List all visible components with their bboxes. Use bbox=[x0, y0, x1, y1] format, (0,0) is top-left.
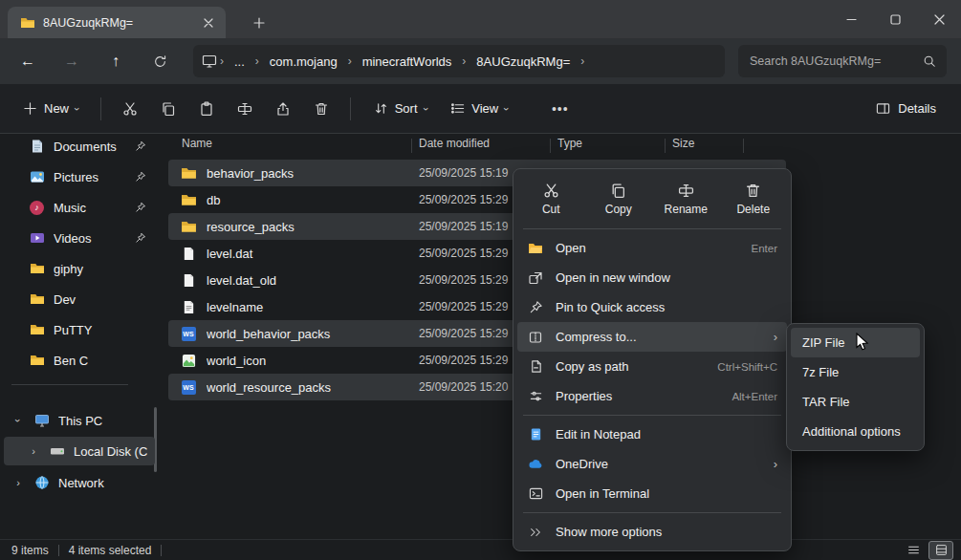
chevron-right-icon[interactable]: › bbox=[579, 54, 586, 68]
breadcrumb-com-mojang[interactable]: com.mojang bbox=[262, 52, 345, 72]
menu-item-compress-to[interactable]: Compress to... › bbox=[517, 322, 787, 352]
delete-button[interactable]: Delete bbox=[721, 174, 787, 224]
minimize-button[interactable] bbox=[829, 0, 873, 38]
sidebar-item-label: Local Disk (C:) bbox=[74, 444, 147, 459]
column-resize-handle[interactable] bbox=[665, 139, 666, 153]
menu-separator bbox=[523, 415, 781, 416]
sidebar-item-videos[interactable]: Videos bbox=[4, 224, 155, 252]
delete-label: Delete bbox=[736, 203, 770, 216]
documents-icon bbox=[29, 139, 45, 155]
explorer-tab[interactable]: 8AUGzuqkRMg= bbox=[8, 7, 226, 38]
copy-button[interactable]: Copy bbox=[586, 174, 652, 224]
sidebar-item-local-disk-c[interactable]: › Local Disk (C:) bbox=[4, 437, 155, 465]
sidebar-item-label: Ben C bbox=[54, 354, 147, 368]
delete-button[interactable] bbox=[302, 92, 340, 126]
sidebar-item-music[interactable]: ♪ Music bbox=[4, 193, 155, 222]
submenu-item-tar-file[interactable]: TAR File bbox=[791, 387, 920, 417]
folder-icon bbox=[180, 191, 197, 208]
file-name: db bbox=[207, 193, 419, 207]
search-input[interactable] bbox=[748, 54, 913, 69]
forward-button[interactable]: → bbox=[55, 45, 88, 77]
view-button[interactable]: View › bbox=[441, 95, 518, 122]
share-button[interactable] bbox=[264, 92, 302, 126]
menu-item-edit-in-notepad[interactable]: Edit in Notepad bbox=[517, 420, 787, 449]
menu-item-open[interactable]: Open Enter bbox=[517, 233, 787, 263]
submenu-item-zip-file[interactable]: ZIP File bbox=[791, 328, 920, 357]
details-pane-button[interactable]: Details bbox=[866, 95, 946, 122]
submenu-item-additional-options[interactable]: Additional options bbox=[791, 417, 920, 446]
sidebar-item-ben-c[interactable]: Ben C bbox=[4, 346, 155, 375]
new-window-icon bbox=[527, 269, 544, 287]
onedrive-cloud-icon bbox=[527, 456, 544, 473]
refresh-button[interactable] bbox=[143, 45, 176, 77]
menu-item-label: Open bbox=[556, 241, 740, 255]
paste-button[interactable] bbox=[187, 92, 226, 126]
sidebar-item-pictures[interactable]: Pictures bbox=[4, 162, 155, 191]
menu-item-show-more-options[interactable]: Show more options bbox=[517, 517, 787, 547]
chevron-right-icon[interactable]: › bbox=[346, 54, 354, 68]
close-button[interactable] bbox=[917, 0, 961, 38]
file-date: 25/09/2025 15:29 bbox=[419, 247, 508, 260]
rename-button[interactable] bbox=[226, 92, 264, 126]
open-folder-icon bbox=[527, 240, 544, 257]
sidebar-item-network[interactable]: › Network bbox=[4, 468, 155, 497]
chevron-expanded-icon[interactable]: › bbox=[12, 414, 24, 427]
pin-icon bbox=[134, 232, 147, 244]
column-resize-handle[interactable] bbox=[411, 139, 412, 153]
column-header-name[interactable]: Name bbox=[182, 137, 212, 150]
new-tab-button[interactable] bbox=[247, 11, 272, 34]
details-view-toggle[interactable] bbox=[928, 541, 953, 560]
submenu-item-7z-file[interactable]: 7z File bbox=[791, 357, 920, 387]
search-icon[interactable] bbox=[921, 54, 937, 70]
menu-item-onedrive[interactable]: OneDrive › bbox=[517, 449, 787, 479]
sidebar-item-putty[interactable]: PuTTY bbox=[4, 315, 155, 344]
maximize-button[interactable] bbox=[873, 0, 917, 38]
menu-shortcut: Enter bbox=[752, 243, 778, 254]
pin-icon bbox=[527, 299, 544, 316]
submenu-item-label: TAR File bbox=[802, 395, 850, 409]
cut-label: Cut bbox=[542, 203, 560, 216]
rename-button[interactable]: Rename bbox=[653, 174, 719, 224]
column-resize-handle[interactable] bbox=[743, 139, 744, 153]
sidebar-item-label: Network bbox=[58, 476, 147, 490]
column-header-size[interactable]: Size bbox=[672, 137, 694, 150]
copy-path-icon bbox=[527, 358, 544, 376]
breadcrumb-ellipsis[interactable]: ... bbox=[227, 52, 252, 72]
list-view-toggle[interactable] bbox=[902, 542, 925, 559]
up-button[interactable]: ↑ bbox=[99, 45, 132, 77]
copy-button[interactable] bbox=[149, 92, 187, 126]
chevron-right-icon[interactable]: › bbox=[460, 54, 468, 68]
menu-item-open-in-new-window[interactable]: Open in new window bbox=[517, 263, 787, 292]
sidebar-item-documents[interactable]: Documents bbox=[4, 132, 155, 161]
menu-item-copy-as-path[interactable]: Copy as path Ctrl+Shift+C bbox=[517, 352, 787, 381]
column-header-type[interactable]: Type bbox=[557, 137, 582, 150]
column-resize-handle[interactable] bbox=[550, 139, 551, 153]
chevron-right-icon: › bbox=[774, 457, 777, 471]
cut-button[interactable] bbox=[111, 92, 149, 126]
sidebar-item-this-pc[interactable]: › This PC bbox=[4, 406, 155, 435]
sidebar-item-dev[interactable]: Dev bbox=[4, 285, 155, 313]
file-explorer-window: 8AUGzuqkRMg= ← → ↑ bbox=[0, 0, 961, 560]
chevron-collapsed-icon[interactable]: › bbox=[27, 445, 40, 457]
column-header-date-modified[interactable]: Date modified bbox=[419, 137, 490, 150]
sort-button[interactable]: Sort › bbox=[364, 95, 438, 122]
breadcrumb-current-folder[interactable]: 8AUGzuqkRMg= bbox=[469, 52, 578, 72]
back-button[interactable]: ← bbox=[11, 45, 44, 77]
pin-icon bbox=[134, 171, 147, 183]
chevron-collapsed-icon[interactable]: › bbox=[11, 477, 25, 488]
new-button[interactable]: New › bbox=[11, 95, 91, 122]
cut-button[interactable]: Cut bbox=[518, 174, 584, 224]
menu-item-pin-to-quick-access[interactable]: Pin to Quick access bbox=[517, 292, 787, 322]
breadcrumb-minecraftworlds[interactable]: minecraftWorlds bbox=[355, 52, 460, 72]
sidebar-item-giphy[interactable]: giphy bbox=[4, 254, 155, 283]
file-name: level.dat bbox=[207, 247, 419, 261]
tab-close-icon[interactable] bbox=[199, 13, 218, 32]
chevron-right-icon[interactable]: › bbox=[253, 54, 261, 68]
sidebar-item-label: giphy bbox=[54, 262, 147, 276]
menu-item-properties[interactable]: Properties Alt+Enter bbox=[517, 381, 787, 411]
menu-item-label: Show more options bbox=[556, 525, 766, 539]
more-options-button[interactable]: ••• bbox=[541, 92, 579, 126]
menu-item-open-in-terminal[interactable]: Open in Terminal bbox=[517, 479, 787, 508]
rename-label: Rename bbox=[665, 203, 708, 216]
selected-count: 4 items selected bbox=[69, 544, 152, 557]
